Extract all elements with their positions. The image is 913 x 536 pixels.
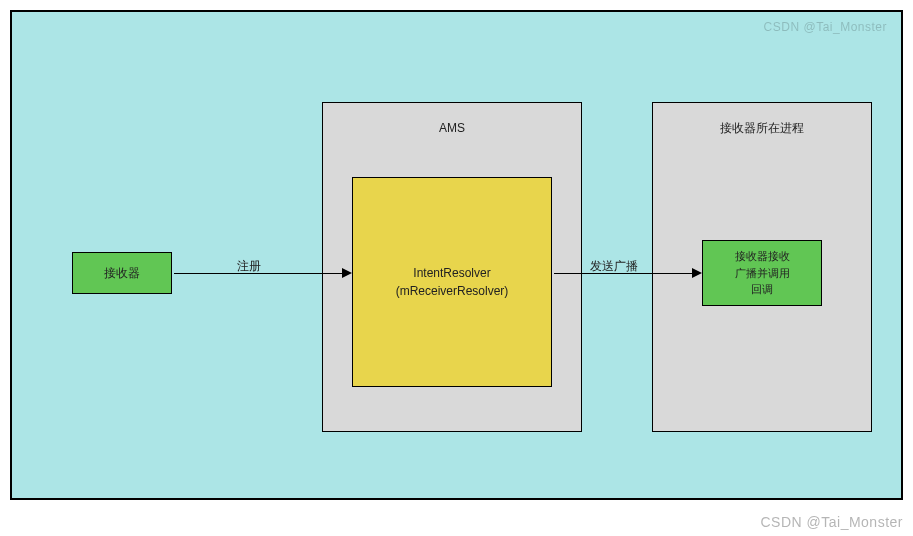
node-resolver-line1: IntentResolver	[413, 264, 490, 282]
edge-send-arrowhead-icon	[692, 268, 702, 278]
edge-register-arrowhead-icon	[342, 268, 352, 278]
node-intent-resolver: IntentResolver (mReceiverResolver)	[352, 177, 552, 387]
node-ams-title: AMS	[439, 119, 465, 137]
node-receiver: 接收器	[72, 252, 172, 294]
watermark-top: CSDN @Tai_Monster	[764, 20, 887, 34]
node-receiver-label: 接收器	[104, 264, 140, 282]
node-callback: 接收器接收 广播并调用 回调	[702, 240, 822, 306]
node-process-title: 接收器所在进程	[720, 119, 804, 137]
edge-send-label: 发送广播	[590, 258, 638, 275]
node-callback-line3: 回调	[751, 281, 773, 298]
diagram-canvas: CSDN @Tai_Monster 接收器 AMS IntentResolver…	[10, 10, 903, 500]
node-resolver-line2: (mReceiverResolver)	[396, 282, 509, 300]
node-callback-line1: 接收器接收	[735, 248, 790, 265]
edge-register-label: 注册	[237, 258, 261, 275]
node-callback-line2: 广播并调用	[735, 265, 790, 282]
watermark-bottom: CSDN @Tai_Monster	[760, 514, 903, 530]
